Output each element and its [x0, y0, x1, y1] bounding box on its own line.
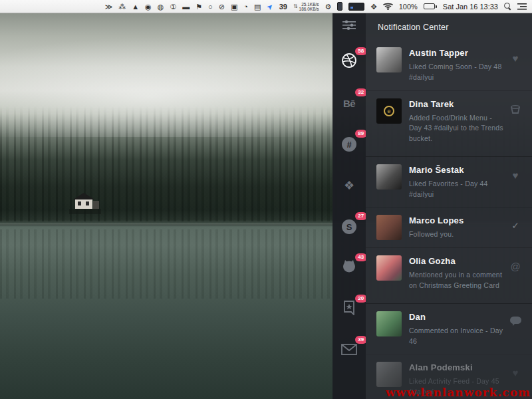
gear-icon[interactable]: ⚙ — [325, 0, 332, 13]
eye-icon[interactable]: ◉ — [145, 0, 152, 13]
notification-message: Added Food/Drink Menu - Day 43 #dailyui … — [409, 113, 504, 144]
lake-house — [69, 192, 101, 217]
input-source-icon[interactable]: ▤ — [254, 0, 261, 13]
notification-center-panel: 58 32 Bē 89 # ❖ 27 S — [332, 13, 532, 399]
notification-sender: Olia Gozha — [409, 256, 504, 266]
do-not-disturb-icon[interactable]: ⊘ — [219, 0, 225, 13]
watermark-text: www.lanlanwork.com — [386, 386, 531, 399]
github-icon — [341, 259, 357, 277]
notification-sender: Mario Šestak — [409, 165, 504, 175]
comment-bubble-icon — [508, 317, 523, 329]
sidebar-item-github[interactable]: 43 — [340, 259, 358, 277]
bucket-icon — [508, 104, 523, 116]
notification-item-austin[interactable]: Austin Tapper Liked Coming Soon - Day 48… — [366, 40, 532, 90]
phone-icon[interactable] — [337, 2, 342, 11]
notification-message: Commented on Invoice - Day 46 — [409, 326, 504, 347]
notification-message: Liked Favorites - Day 44 #dailyui — [409, 179, 504, 200]
drive-triangle-icon[interactable]: ▲ — [132, 0, 139, 13]
clock-icon[interactable]: ◔ — [243, 0, 248, 13]
dropbox-icon: ❖ — [344, 178, 354, 193]
pointer-icon[interactable]: ➤ — [263, 0, 277, 13]
filter-sliders-icon[interactable] — [342, 20, 356, 33]
one-circle-icon[interactable]: ① — [170, 0, 176, 13]
keyboard-icon[interactable] — [348, 3, 364, 11]
heart-icon: ♥ — [508, 367, 523, 378]
menubar-badge-count[interactable]: 39 — [279, 3, 287, 11]
paw-icon[interactable]: ⁂ — [118, 0, 126, 13]
notification-center-icon[interactable] — [517, 3, 527, 11]
notification-list-panel: Notification Center Austin Tapper Liked … — [366, 13, 532, 399]
at-mention-icon: @ — [508, 261, 523, 272]
square-icon[interactable]: ▣ — [231, 0, 237, 13]
circle-icon[interactable]: ○ — [208, 0, 213, 13]
notification-item-dan[interactable]: Dan Commented on Invoice - Day 46 — [366, 303, 532, 354]
notification-sender: Austin Tapper — [409, 48, 504, 58]
notification-sender: Marco Lopes — [409, 215, 504, 225]
notification-item-olia[interactable]: Olia Gozha Mentioned you in a comment on… — [366, 247, 532, 299]
net-up-speed: 25.1KB/s — [299, 2, 319, 7]
notification-item-mario[interactable]: Mario Šestak Liked Favorites - Day 44 #d… — [366, 156, 532, 207]
network-speed-indicator[interactable]: ⇅ 25.1KB/s 186.0KB/s — [293, 2, 319, 11]
notification-item-marco[interactable]: Marco Lopes Followed you. ✓ — [366, 207, 532, 247]
sidebar-item-dribbble[interactable]: 58 — [340, 53, 358, 70]
avatar — [376, 311, 402, 336]
mail-envelope-icon — [341, 344, 357, 358]
dash-icon[interactable]: ▬ — [182, 0, 190, 13]
notification-sender: Dan — [409, 312, 504, 322]
spotlight-search-icon[interactable] — [504, 3, 511, 10]
bookmark-star-icon — [343, 301, 355, 318]
notification-list: Austin Tapper Liked Coming Soon - Day 48… — [366, 40, 532, 399]
avatar — [376, 215, 402, 240]
avatar — [376, 362, 402, 387]
dribbble-icon — [341, 53, 357, 71]
behance-icon: Bē — [343, 98, 355, 109]
notification-message: Followed you. — [409, 229, 504, 240]
panel-title: Notification Center — [366, 13, 532, 40]
sidebar-item-mail[interactable]: 39 — [340, 342, 358, 359]
menubar-clock[interactable]: Sat Jan 16 13:33 — [443, 3, 498, 11]
sidebar-item-behance[interactable]: 32 Bē — [340, 94, 358, 112]
updown-arrows-icon: ⇅ — [293, 3, 298, 9]
notification-sender: Dina Tarek — [409, 99, 504, 109]
skype-icon: S — [342, 219, 356, 234]
wifi-icon[interactable] — [383, 3, 393, 10]
fast-forward-icon[interactable]: ≫ — [105, 0, 113, 13]
move-crosshair-icon[interactable]: ✥ — [370, 0, 376, 13]
battery-icon[interactable] — [424, 3, 437, 9]
sidebar-item-bookmarks[interactable]: 20 — [340, 301, 358, 318]
sidebar-item-hashtag[interactable]: 89 # — [340, 136, 358, 153]
notification-sender: Alan Podemski — [409, 362, 504, 372]
heart-icon: ♥ — [508, 170, 523, 181]
avatar — [376, 47, 402, 72]
notification-message: Mentioned you in a comment on Christmas … — [409, 270, 504, 291]
hashtag-icon: # — [342, 137, 356, 152]
notification-item-dina[interactable]: e Dina Tarek Added Food/Drink Menu - Day… — [366, 90, 532, 152]
app-sidebar: 58 32 Bē 89 # ❖ 27 S — [332, 13, 366, 399]
menubar: ≫ ⁂ ▲ ◉ ◍ ① ▬ ⚑ ○ ⊘ ▣ ◔ ▤ ➤ 39 ⇅ 25.1KB/… — [0, 0, 532, 13]
heart-icon: ♥ — [508, 53, 523, 64]
battery-percent: 100% — [399, 3, 418, 11]
check-icon: ✓ — [508, 220, 523, 231]
flag-icon[interactable]: ⚑ — [196, 0, 202, 13]
avatar — [376, 255, 402, 281]
bell-icon[interactable]: ◍ — [158, 0, 164, 13]
notification-message: Liked Coming Soon - Day 48 #dailyui — [409, 62, 504, 83]
avatar: e — [376, 98, 402, 124]
sidebar-item-dropbox[interactable]: ❖ — [340, 177, 358, 194]
net-down-speed: 186.0KB/s — [299, 7, 319, 11]
sidebar-item-skype[interactable]: 27 S — [340, 218, 358, 235]
avatar — [376, 164, 402, 190]
